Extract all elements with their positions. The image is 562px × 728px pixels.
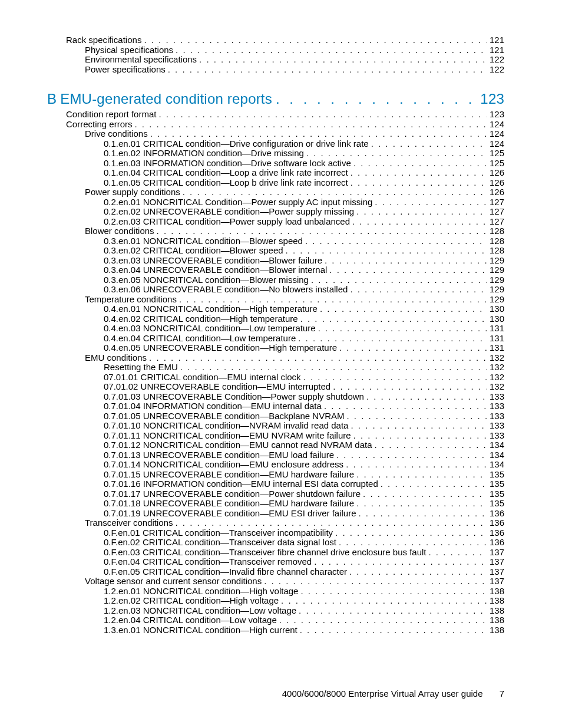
toc-entry-dots: . . . . . . . . . . . . . . . . . . . . …	[322, 256, 487, 266]
toc-entry-page: 128	[487, 246, 504, 256]
toc-entry-label: 0.7.01.17 UNRECOVERABLE condition—Power …	[104, 489, 361, 499]
toc-entry-dots: . . . . . . . . . . . . . . . . . . . . …	[283, 246, 487, 256]
toc-entry[interactable]: 0.7.01.16 INFORMATION condition—EMU inte…	[47, 479, 504, 489]
toc-entry[interactable]: 0.F.en.05 CRITICAL condition—Invalid fib…	[47, 567, 504, 577]
toc-entry-label: 0.3.en.02 CRITICAL condition—Blower spee…	[104, 246, 283, 256]
toc-entry-label: 0.3.en.01 NONCRITICAL condition—Blower s…	[104, 236, 303, 246]
toc-entry[interactable]: 0.7.01.05 UNRECOVERABLE condition—Backpl…	[47, 411, 504, 421]
toc-entry[interactable]: 1.3.en.01 NONCRITICAL condition—High cur…	[47, 625, 504, 635]
toc-entry[interactable]: 0.F.en.02 CRITICAL condition—Transceiver…	[47, 538, 504, 548]
toc-entry[interactable]: 0.7.01.11 NONCRITICAL condition—EMU NVRA…	[47, 431, 504, 441]
toc-entry-dots: . . . . . . . . . . . . . . . . . . . . …	[354, 470, 487, 480]
toc-entry[interactable]: 0.3.en.02 CRITICAL condition—Blower spee…	[47, 246, 504, 256]
toc-entry[interactable]: 0.2.en.01 NONCRITICAL Condition—Power su…	[47, 197, 504, 207]
toc-entry-page: 133	[487, 421, 504, 431]
toc-entry-label: Power supply conditions	[85, 187, 180, 197]
toc-entry[interactable]: Resetting the EMU. . . . . . . . . . . .…	[47, 363, 504, 373]
toc-entry[interactable]: Correcting errors. . . . . . . . . . . .…	[47, 120, 504, 130]
toc-entry[interactable]: 0.1.en.01 CRITICAL condition—Drive confi…	[47, 139, 504, 149]
toc-entry-dots: . . . . . . . . . . . . . . . . . . . . …	[316, 324, 487, 334]
toc-entry-dots: . . . . . . . . . . . . . . . . . . . . …	[343, 460, 487, 470]
toc-entry[interactable]: 1.2.en.01 NONCRITICAL condition—High vol…	[47, 587, 504, 597]
toc-entry[interactable]: 1.2.en.02 CRITICAL condition—High voltag…	[47, 596, 504, 606]
toc-entry[interactable]: 0.3.en.04 UNRECOVERABLE condition—Blower…	[47, 265, 504, 275]
toc-entry-dots: . . . . . . . . . . . . . . . . . . . . …	[296, 334, 487, 344]
toc-entry[interactable]: 0.7.01.13 UNRECOVERABLE condition—EMU lo…	[47, 450, 504, 460]
toc-entry-page: 133	[487, 401, 504, 411]
toc-entry[interactable]: 0.7.01.15 UNRECOVERABLE condition—EMU ha…	[47, 470, 504, 480]
toc-entry-page: 138	[487, 606, 504, 616]
toc-entry-dots: . . . . . . . . . . . . . . . . . . . . …	[147, 353, 487, 363]
toc-entry-page: 138	[487, 587, 504, 597]
toc-entry[interactable]: 0.1.en.04 CRITICAL condition—Loop a driv…	[47, 168, 504, 178]
toc-entry[interactable]: 0.3.en.03 UNRECOVERABLE condition—Blower…	[47, 256, 504, 266]
toc-entry[interactable]: 0.7.01.10 NONCRITICAL condition—NVRAM in…	[47, 421, 504, 431]
toc-entry[interactable]: 0.4.en.02 CRITICAL condition—High temper…	[47, 314, 504, 324]
toc-entry[interactable]: 0.7.01.14 NONCRITICAL condition—EMU encl…	[47, 460, 504, 470]
toc-entry-page: 138	[487, 625, 504, 635]
toc-entry-dots: . . . . . . . . . . . . . . . . . . . . …	[304, 149, 487, 159]
toc-entry[interactable]: 0.2.en.03 CRITICAL condition—Power suppl…	[47, 217, 504, 227]
toc-entry-page: 136	[487, 518, 504, 528]
toc-entry[interactable]: 1.2.en.03 NONCRITICAL condition—Low volt…	[47, 606, 504, 616]
toc-entry-label: 0.F.en.05 CRITICAL condition—Invalid fib…	[104, 567, 347, 577]
toc-entry[interactable]: 0.7.01.03 UNRECOVERABLE Condition—Power …	[47, 392, 504, 402]
toc-entry[interactable]: 0.3.en.06 UNRECOVERABLE condition—No blo…	[47, 285, 504, 295]
toc-entry[interactable]: Voltage sensor and current sensor condit…	[47, 577, 504, 587]
toc-entry-label: 1.2.en.02 CRITICAL condition—High voltag…	[104, 596, 279, 606]
toc-entry-dots: . . . . . . . . . . . . . . . . . . . . …	[178, 363, 487, 373]
toc-entry[interactable]: 0.4.en.01 NONCRITICAL condition—High tem…	[47, 304, 504, 314]
toc-entry[interactable]: 0.3.en.05 NONCRITICAL condition—Blower m…	[47, 275, 504, 285]
toc-entry-page: 136	[487, 538, 504, 548]
toc-entry[interactable]: 07.01.02 UNRECOVERABLE condition—EMU int…	[47, 382, 504, 392]
toc-entry-dots: . . . . . . . . . . . . . . . . . . . . …	[369, 139, 487, 149]
toc-entry-page: 128	[487, 226, 504, 236]
toc-entry[interactable]: 0.7.01.17 UNRECOVERABLE condition—Power …	[47, 489, 504, 499]
toc-entry[interactable]: 07.01.01 CRITICAL condition—EMU internal…	[47, 373, 504, 383]
toc-entry[interactable]: 0.F.en.01 CRITICAL condition—Transceiver…	[47, 528, 504, 538]
toc-entry-label: 0.4.en.02 CRITICAL condition—High temper…	[104, 314, 298, 324]
toc-entry[interactable]: Rack specifications. . . . . . . . . . .…	[47, 35, 504, 45]
toc-entry[interactable]: Environmental specifications. . . . . . …	[47, 55, 504, 65]
section-heading: B EMU-generated condition reports . . . …	[47, 91, 504, 107]
toc-entry[interactable]: 0.F.en.04 CRITICAL condition—Transceiver…	[47, 557, 504, 567]
toc-entry[interactable]: Temperature conditions. . . . . . . . . …	[47, 295, 504, 305]
toc-entry[interactable]: Transceiver conditions. . . . . . . . . …	[47, 518, 504, 528]
toc-entry-dots: . . . . . . . . . . . . . . . . . . . . …	[333, 528, 487, 538]
toc-entry[interactable]: Power supply conditions. . . . . . . . .…	[47, 187, 504, 197]
toc-entry[interactable]: Physical specifications. . . . . . . . .…	[47, 45, 504, 55]
toc-entry[interactable]: 0.F.en.03 CRITICAL condition—Transceiver…	[47, 548, 504, 558]
toc-entry-page: 135	[487, 489, 504, 499]
toc-entry-dots: . . . . . . . . . . . . . . . . . . . . …	[312, 557, 487, 567]
toc-entry-label: 0.1.en.01 CRITICAL condition—Drive confi…	[104, 139, 369, 149]
toc-entry[interactable]: 0.7.01.19 UNRECOVERABLE condition—EMU ES…	[47, 509, 504, 519]
toc-entry[interactable]: 0.7.01.12 NONCRITICAL condition—EMU cann…	[47, 440, 504, 450]
toc-entry-label: 0.4.en.05 UNRECOVERABLE condition—High t…	[104, 343, 337, 353]
toc-entry[interactable]: EMU conditions. . . . . . . . . . . . . …	[47, 353, 504, 363]
toc-entry-label: 07.01.01 CRITICAL condition—EMU internal…	[104, 373, 301, 383]
toc-entry[interactable]: 0.7.01.04 INFORMATION condition—EMU inte…	[47, 401, 504, 411]
toc-entry[interactable]: 0.4.en.04 CRITICAL condition—Low tempera…	[47, 334, 504, 344]
toc-entry[interactable]: Drive conditions. . . . . . . . . . . . …	[47, 129, 504, 139]
toc-entry[interactable]: 0.2.en.02 UNRECOVERABLE condition—Power …	[47, 207, 504, 217]
toc-entry[interactable]: Power specifications. . . . . . . . . . …	[47, 65, 504, 75]
toc-entry[interactable]: 0.1.en.02 INFORMATION condition—Drive mi…	[47, 149, 504, 159]
toc-entry-dots: . . . . . . . . . . . . . . . . . . . . …	[372, 197, 487, 207]
toc-entry-label: 0.1.en.03 INFORMATION condition—Drive so…	[104, 159, 351, 169]
toc-entry-dots: . . . . . . . . . . . . . . . . . . . . …	[297, 625, 487, 635]
toc-entry[interactable]: Condition report format. . . . . . . . .…	[47, 110, 504, 120]
toc-entry-page: 125	[487, 149, 504, 159]
toc-entry[interactable]: 0.4.en.05 UNRECOVERABLE condition—High t…	[47, 343, 504, 353]
toc-entry[interactable]: 0.3.en.01 NONCRITICAL condition—Blower s…	[47, 236, 504, 246]
toc-entry[interactable]: 0.1.en.05 CRITICAL condition—Loop b driv…	[47, 178, 504, 188]
toc-entry[interactable]: 0.7.01.18 UNRECOVERABLE condition—EMU ha…	[47, 499, 504, 509]
toc-entry-page: 129	[487, 295, 504, 305]
toc-entry-page: 138	[487, 596, 504, 606]
toc-entry[interactable]: 0.4.en.03 NONCRITICAL condition—Low temp…	[47, 324, 504, 334]
toc-entry-dots: . . . . . . . . . . . . . . . . . . . . …	[309, 275, 487, 285]
toc-entry[interactable]: 1.2.en.04 CRITICAL condition—Low voltage…	[47, 615, 504, 625]
toc-entry[interactable]: Blower conditions. . . . . . . . . . . .…	[47, 226, 504, 236]
toc-entry-page: 128	[487, 236, 504, 246]
toc-entry-label: Blower conditions	[85, 226, 154, 236]
toc-entry[interactable]: 0.1.en.03 INFORMATION condition—Drive so…	[47, 159, 504, 169]
